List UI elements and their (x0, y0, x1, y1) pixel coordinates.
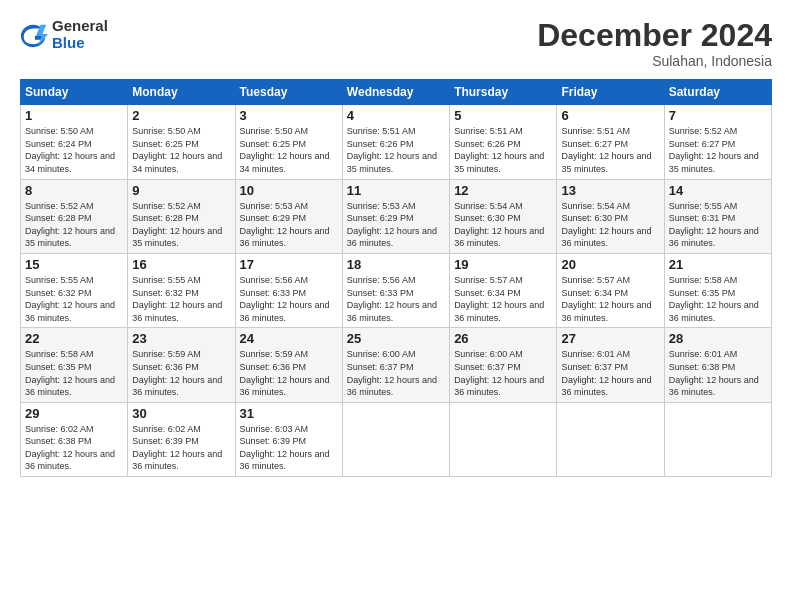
logo: General Blue (20, 18, 108, 51)
day-number: 19 (454, 257, 552, 272)
day-cell: 23 Sunrise: 5:59 AM Sunset: 6:36 PM Dayl… (128, 328, 235, 402)
day-number: 18 (347, 257, 445, 272)
day-number: 6 (561, 108, 659, 123)
week-row-4: 22 Sunrise: 5:58 AM Sunset: 6:35 PM Dayl… (21, 328, 772, 402)
day-info: Sunrise: 6:01 AM Sunset: 6:37 PM Dayligh… (561, 348, 659, 398)
day-cell: 26 Sunrise: 6:00 AM Sunset: 6:37 PM Dayl… (450, 328, 557, 402)
day-cell: 19 Sunrise: 5:57 AM Sunset: 6:34 PM Dayl… (450, 253, 557, 327)
day-number: 29 (25, 406, 123, 421)
day-cell (342, 402, 449, 476)
day-cell: 29 Sunrise: 6:02 AM Sunset: 6:38 PM Dayl… (21, 402, 128, 476)
day-cell (450, 402, 557, 476)
day-info: Sunrise: 5:51 AM Sunset: 6:26 PM Dayligh… (347, 125, 445, 175)
day-cell: 6 Sunrise: 5:51 AM Sunset: 6:27 PM Dayli… (557, 105, 664, 179)
day-cell: 10 Sunrise: 5:53 AM Sunset: 6:29 PM Dayl… (235, 179, 342, 253)
day-info: Sunrise: 5:55 AM Sunset: 6:32 PM Dayligh… (25, 274, 123, 324)
day-info: Sunrise: 5:50 AM Sunset: 6:25 PM Dayligh… (240, 125, 338, 175)
day-number: 21 (669, 257, 767, 272)
day-info: Sunrise: 5:53 AM Sunset: 6:29 PM Dayligh… (240, 200, 338, 250)
day-number: 2 (132, 108, 230, 123)
day-number: 12 (454, 183, 552, 198)
day-info: Sunrise: 5:57 AM Sunset: 6:34 PM Dayligh… (454, 274, 552, 324)
logo-icon (20, 21, 48, 49)
title-block: December 2024 Sulahan, Indonesia (537, 18, 772, 69)
day-info: Sunrise: 5:52 AM Sunset: 6:28 PM Dayligh… (25, 200, 123, 250)
day-cell: 25 Sunrise: 6:00 AM Sunset: 6:37 PM Dayl… (342, 328, 449, 402)
day-cell: 31 Sunrise: 6:03 AM Sunset: 6:39 PM Dayl… (235, 402, 342, 476)
week-row-2: 8 Sunrise: 5:52 AM Sunset: 6:28 PM Dayli… (21, 179, 772, 253)
day-info: Sunrise: 5:52 AM Sunset: 6:28 PM Dayligh… (132, 200, 230, 250)
day-number: 1 (25, 108, 123, 123)
day-cell: 28 Sunrise: 6:01 AM Sunset: 6:38 PM Dayl… (664, 328, 771, 402)
day-info: Sunrise: 5:50 AM Sunset: 6:25 PM Dayligh… (132, 125, 230, 175)
header-friday: Friday (557, 80, 664, 105)
day-number: 27 (561, 331, 659, 346)
day-cell: 1 Sunrise: 5:50 AM Sunset: 6:24 PM Dayli… (21, 105, 128, 179)
day-cell (664, 402, 771, 476)
header: General Blue December 2024 Sulahan, Indo… (20, 18, 772, 69)
day-cell: 8 Sunrise: 5:52 AM Sunset: 6:28 PM Dayli… (21, 179, 128, 253)
day-number: 16 (132, 257, 230, 272)
day-cell: 14 Sunrise: 5:55 AM Sunset: 6:31 PM Dayl… (664, 179, 771, 253)
day-info: Sunrise: 5:56 AM Sunset: 6:33 PM Dayligh… (240, 274, 338, 324)
month-title: December 2024 (537, 18, 772, 53)
day-number: 5 (454, 108, 552, 123)
header-sunday: Sunday (21, 80, 128, 105)
calendar-table: Sunday Monday Tuesday Wednesday Thursday… (20, 79, 772, 477)
day-cell: 7 Sunrise: 5:52 AM Sunset: 6:27 PM Dayli… (664, 105, 771, 179)
day-info: Sunrise: 6:02 AM Sunset: 6:38 PM Dayligh… (25, 423, 123, 473)
header-thursday: Thursday (450, 80, 557, 105)
day-number: 4 (347, 108, 445, 123)
day-number: 9 (132, 183, 230, 198)
day-number: 13 (561, 183, 659, 198)
day-number: 17 (240, 257, 338, 272)
day-number: 10 (240, 183, 338, 198)
day-cell: 13 Sunrise: 5:54 AM Sunset: 6:30 PM Dayl… (557, 179, 664, 253)
day-number: 14 (669, 183, 767, 198)
day-info: Sunrise: 5:54 AM Sunset: 6:30 PM Dayligh… (454, 200, 552, 250)
day-number: 15 (25, 257, 123, 272)
day-info: Sunrise: 5:50 AM Sunset: 6:24 PM Dayligh… (25, 125, 123, 175)
week-row-3: 15 Sunrise: 5:55 AM Sunset: 6:32 PM Dayl… (21, 253, 772, 327)
day-info: Sunrise: 5:53 AM Sunset: 6:29 PM Dayligh… (347, 200, 445, 250)
header-tuesday: Tuesday (235, 80, 342, 105)
day-cell: 24 Sunrise: 5:59 AM Sunset: 6:36 PM Dayl… (235, 328, 342, 402)
header-monday: Monday (128, 80, 235, 105)
header-saturday: Saturday (664, 80, 771, 105)
day-number: 31 (240, 406, 338, 421)
day-number: 7 (669, 108, 767, 123)
day-info: Sunrise: 5:58 AM Sunset: 6:35 PM Dayligh… (25, 348, 123, 398)
day-number: 23 (132, 331, 230, 346)
day-number: 24 (240, 331, 338, 346)
day-cell: 18 Sunrise: 5:56 AM Sunset: 6:33 PM Dayl… (342, 253, 449, 327)
day-info: Sunrise: 5:59 AM Sunset: 6:36 PM Dayligh… (240, 348, 338, 398)
day-number: 26 (454, 331, 552, 346)
day-cell: 2 Sunrise: 5:50 AM Sunset: 6:25 PM Dayli… (128, 105, 235, 179)
day-info: Sunrise: 5:58 AM Sunset: 6:35 PM Dayligh… (669, 274, 767, 324)
day-info: Sunrise: 5:54 AM Sunset: 6:30 PM Dayligh… (561, 200, 659, 250)
day-number: 3 (240, 108, 338, 123)
day-info: Sunrise: 6:00 AM Sunset: 6:37 PM Dayligh… (347, 348, 445, 398)
day-cell: 11 Sunrise: 5:53 AM Sunset: 6:29 PM Dayl… (342, 179, 449, 253)
week-row-5: 29 Sunrise: 6:02 AM Sunset: 6:38 PM Dayl… (21, 402, 772, 476)
header-wednesday: Wednesday (342, 80, 449, 105)
day-number: 11 (347, 183, 445, 198)
logo-blue-text: Blue (52, 35, 108, 52)
day-info: Sunrise: 5:59 AM Sunset: 6:36 PM Dayligh… (132, 348, 230, 398)
day-number: 25 (347, 331, 445, 346)
day-info: Sunrise: 5:55 AM Sunset: 6:32 PM Dayligh… (132, 274, 230, 324)
day-cell: 4 Sunrise: 5:51 AM Sunset: 6:26 PM Dayli… (342, 105, 449, 179)
day-info: Sunrise: 6:00 AM Sunset: 6:37 PM Dayligh… (454, 348, 552, 398)
day-info: Sunrise: 5:57 AM Sunset: 6:34 PM Dayligh… (561, 274, 659, 324)
logo-general-text: General (52, 18, 108, 35)
calendar-header: Sunday Monday Tuesday Wednesday Thursday… (21, 80, 772, 105)
weekday-header-row: Sunday Monday Tuesday Wednesday Thursday… (21, 80, 772, 105)
day-info: Sunrise: 5:51 AM Sunset: 6:26 PM Dayligh… (454, 125, 552, 175)
day-info: Sunrise: 5:51 AM Sunset: 6:27 PM Dayligh… (561, 125, 659, 175)
day-cell: 17 Sunrise: 5:56 AM Sunset: 6:33 PM Dayl… (235, 253, 342, 327)
day-cell: 30 Sunrise: 6:02 AM Sunset: 6:39 PM Dayl… (128, 402, 235, 476)
day-cell: 22 Sunrise: 5:58 AM Sunset: 6:35 PM Dayl… (21, 328, 128, 402)
day-cell: 27 Sunrise: 6:01 AM Sunset: 6:37 PM Dayl… (557, 328, 664, 402)
day-info: Sunrise: 6:02 AM Sunset: 6:39 PM Dayligh… (132, 423, 230, 473)
day-cell: 5 Sunrise: 5:51 AM Sunset: 6:26 PM Dayli… (450, 105, 557, 179)
